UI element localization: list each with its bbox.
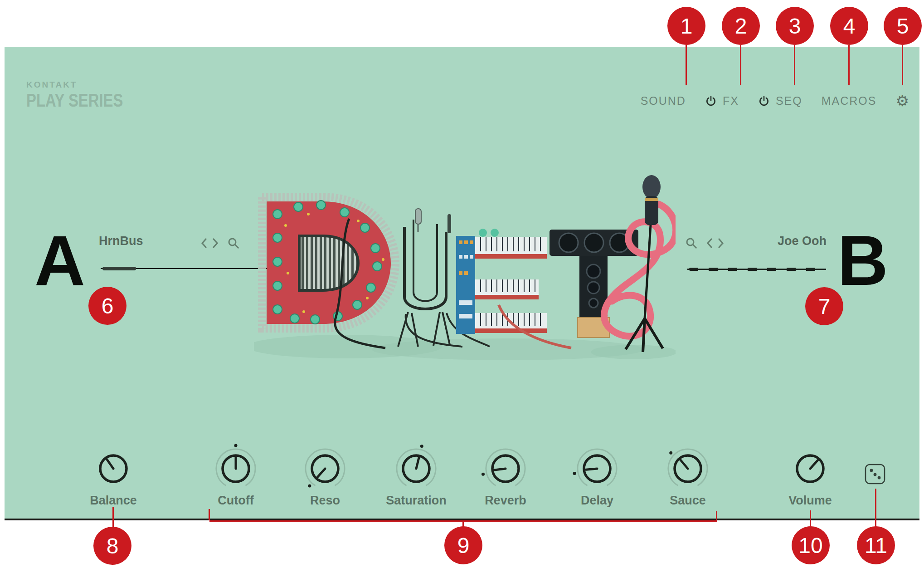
- gear-icon[interactable]: ⚙: [895, 93, 909, 108]
- tab-seq[interactable]: SEQ: [758, 94, 802, 108]
- layer-b-preset-nav: [685, 236, 725, 250]
- callout-11: 11: [857, 526, 895, 564]
- layer-a-needle-plug: [102, 267, 136, 270]
- callout-7: 7: [805, 287, 843, 325]
- callout-connector-line: [209, 509, 210, 520]
- callout-8: 8: [93, 527, 131, 565]
- artwork-letter-d: [262, 197, 395, 348]
- macro-knob-row: BalanceCutoffResoSaturationReverbDelaySa…: [0, 444, 924, 516]
- knob-dial[interactable]: [88, 444, 138, 494]
- tab-sound-label: SOUND: [641, 94, 686, 108]
- prev-preset-icon[interactable]: [200, 237, 208, 249]
- callout-3: 3: [776, 7, 814, 45]
- knob-dial[interactable]: [481, 444, 530, 494]
- knob-saturation[interactable]: Saturation: [391, 444, 441, 512]
- next-preset-icon[interactable]: [717, 237, 725, 249]
- artwork-letter-s: [604, 175, 676, 352]
- knob-sauce[interactable]: Sauce: [663, 444, 713, 512]
- seq-power-icon[interactable]: [758, 95, 770, 107]
- kontakt-play-series-logo: KONTAKT PLAY SERIES: [26, 80, 144, 109]
- callout-10: 10: [792, 526, 830, 564]
- callout-5: 5: [884, 7, 922, 45]
- knob-label: Sauce: [620, 494, 756, 508]
- layer-b-preset-name[interactable]: Joe Ooh: [765, 234, 827, 248]
- callout-2: 2: [722, 7, 760, 45]
- tab-fx[interactable]: FX: [705, 94, 739, 108]
- callout-connector-line: [112, 507, 114, 528]
- callout-1: 1: [667, 7, 705, 45]
- callout-connector-line: [686, 45, 687, 85]
- layer-b-letter: B: [837, 225, 888, 296]
- tab-macros[interactable]: MACROS: [822, 94, 877, 108]
- layer-a-preset-nav: [200, 236, 240, 250]
- search-icon[interactable]: [685, 236, 698, 250]
- tab-fx-label: FX: [723, 94, 739, 108]
- tab-seq-label: SEQ: [776, 94, 802, 108]
- knob-reso[interactable]: Reso: [300, 444, 350, 512]
- knob-cutoff[interactable]: Cutoff: [211, 444, 261, 512]
- layer-b-rope-knots: [689, 268, 825, 271]
- logo-brand: KONTAKT: [26, 80, 144, 90]
- knob-dial[interactable]: [300, 444, 350, 494]
- layer-a-letter: A: [34, 225, 85, 296]
- knob-reverb[interactable]: Reverb: [481, 444, 530, 512]
- knob-delay[interactable]: Delay: [572, 444, 622, 512]
- callout-connector-line: [875, 489, 876, 527]
- header-menu: SOUND FX SEQ MACROS ⚙: [641, 93, 909, 108]
- knob-dial[interactable]: [663, 444, 713, 494]
- tab-sound[interactable]: SOUND: [641, 94, 686, 108]
- knob-balance[interactable]: Balance: [88, 444, 138, 512]
- knob-dial[interactable]: [572, 444, 622, 494]
- knob-dial[interactable]: [211, 444, 261, 494]
- callout-connector-line: [810, 510, 811, 527]
- knob-volume[interactable]: Volume: [785, 444, 835, 512]
- manual-page: KONTAKT PLAY SERIES SOUND FX SEQ MACROS …: [0, 0, 924, 568]
- fx-power-icon[interactable]: [705, 95, 717, 107]
- logo-series: PLAY SERIES: [26, 91, 123, 109]
- knob-label: Volume: [742, 494, 878, 508]
- next-preset-icon[interactable]: [212, 237, 219, 249]
- knob-dial[interactable]: [785, 444, 835, 494]
- callout-connector-line: [716, 511, 717, 520]
- callout-connector-line: [902, 45, 903, 85]
- callout-connector-line: [740, 45, 741, 85]
- prev-preset-icon[interactable]: [706, 237, 713, 249]
- knob-label: Balance: [45, 494, 181, 508]
- search-icon[interactable]: [227, 236, 240, 250]
- callout-connector-line: [794, 45, 795, 85]
- layer-a-preset-name[interactable]: HrnBus: [99, 234, 143, 248]
- dice-randomize-icon[interactable]: [864, 463, 886, 485]
- tab-macros-label: MACROS: [822, 94, 877, 108]
- callout-connector-line: [848, 45, 850, 85]
- callout-6: 6: [88, 287, 126, 325]
- callout-9: 9: [444, 526, 482, 564]
- knob-dial[interactable]: [391, 444, 441, 494]
- duets-artwork: [254, 169, 676, 363]
- callout-4: 4: [830, 7, 868, 45]
